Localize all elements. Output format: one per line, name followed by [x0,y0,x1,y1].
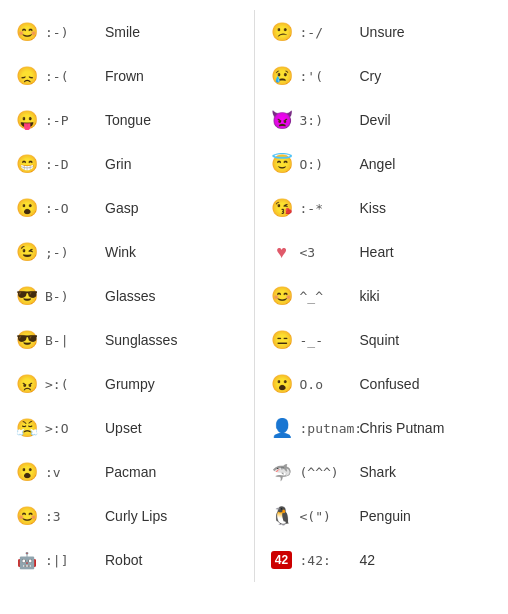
emoji-cell: 😞 [9,65,45,87]
code-cell: :-) [45,25,105,40]
emoji-cell: 😉 [9,241,45,263]
label-cell: 42 [360,552,500,568]
list-item: 👿3:)Devil [260,98,504,142]
code-cell: <(") [300,509,360,524]
code-cell: >:O [45,421,105,436]
list-item: 😮:-OGasp [5,186,249,230]
code-cell: <3 [300,245,360,260]
code-cell: O.o [300,377,360,392]
emoji-cell: 😮 [264,373,300,395]
emoji-cell: 😁 [9,153,45,175]
label-cell: Curly Lips [105,508,245,524]
list-item: ♥<3Heart [260,230,504,274]
list-item: 😕:-/Unsure [260,10,504,54]
code-cell: O:) [300,157,360,172]
list-item: 😮:vPacman [5,450,249,494]
emoji-cell: 😊 [9,21,45,43]
heart-emoji: ♥ [276,242,287,263]
list-item: 😘:-*Kiss [260,186,504,230]
emoji-icon: 😮 [271,373,293,395]
emoji-icon: 😠 [16,373,38,395]
label-cell: Sunglasses [105,332,245,348]
label-cell: Frown [105,68,245,84]
list-item: 😞:-(Frown [5,54,249,98]
code-cell: :|] [45,553,105,568]
emoji-icon: 😛 [16,109,38,131]
emoji-cell: 😊 [9,505,45,527]
shark-emoji: 🦈 [272,463,292,482]
right-column: 😕:-/Unsure😢:'(Cry👿3:)Devil😇O:)Angel😘:-*K… [260,10,504,582]
emoji-cell: 🤖 [9,551,45,570]
emoji-cell: 👿 [264,109,300,131]
code-cell: :3 [45,509,105,524]
emoji-icon: 👿 [271,109,293,131]
label-cell: Angel [360,156,500,172]
label-cell: Tongue [105,112,245,128]
code-cell: (^^^) [300,465,360,480]
code-cell: :42: [300,553,360,568]
emoji-cell: 😇 [264,153,300,175]
label-cell: Chris Putnam [360,420,500,436]
list-item: 😑-_-Squint [260,318,504,362]
emoji-cell: ♥ [264,242,300,263]
emoji-cell: 😠 [9,373,45,395]
sunglasses-emoji: 😎 [16,329,38,351]
code-cell: -_- [300,333,360,348]
emoji-icon: 😮 [16,461,38,483]
code-cell: :v [45,465,105,480]
list-item: 👤:putnam:Chris Putnam [260,406,504,450]
emoji-icon: 😊 [16,505,38,527]
code-cell: 3:) [300,113,360,128]
list-item: 😊^_^kiki [260,274,504,318]
emoji-cell: 🐧 [264,505,300,527]
emoji-cell: 🦈 [264,463,300,482]
code-cell: :-P [45,113,105,128]
emoji-cell: 😮 [9,197,45,219]
list-item: 😁:-DGrin [5,142,249,186]
emoji-icon: 😊 [16,21,38,43]
code-cell: ^_^ [300,289,360,304]
list-item: 😎B-)Glasses [5,274,249,318]
label-cell: Cry [360,68,500,84]
emoji-icon: 😎 [16,285,38,307]
list-item: 😮O.oConfused [260,362,504,406]
emoji-icon: 😮 [16,197,38,219]
emoji-icon: 😇 [271,153,293,175]
code-cell: ;-) [45,245,105,260]
label-cell: Penguin [360,508,500,524]
code-cell: :putnam: [300,421,360,436]
label-cell: Smile [105,24,245,40]
code-cell: :-/ [300,25,360,40]
left-column: 😊:-)Smile😞:-(Frown😛:-PTongue😁:-DGrin😮:-O… [5,10,249,582]
list-item: 🤖:|]Robot [5,538,249,582]
label-cell: Gasp [105,200,245,216]
list-item: 🦈(^^^)Shark [260,450,504,494]
label-cell: Wink [105,244,245,260]
list-item: 😢:'(Cry [260,54,504,98]
emoji-icon: 😑 [271,329,293,351]
emoji-icon: 😤 [16,417,38,439]
emoji-cell: 😮 [9,461,45,483]
emoji-cell: 😊 [264,285,300,307]
emoji-cell: 42 [264,551,300,569]
code-cell: >:( [45,377,105,392]
label-cell: Pacman [105,464,245,480]
list-item: 🐧<(")Penguin [260,494,504,538]
label-cell: Glasses [105,288,245,304]
label-cell: Robot [105,552,245,568]
emoji-icon: 😞 [16,65,38,87]
code-cell: :-( [45,69,105,84]
emoji-cell: 😎 [9,329,45,351]
robot-emoji: 🤖 [17,551,37,570]
list-item: 😛:-PTongue [5,98,249,142]
code-cell: :-O [45,201,105,216]
list-item: 😎B-|Sunglasses [5,318,249,362]
code-cell: :-D [45,157,105,172]
label-cell: Grin [105,156,245,172]
emoji-cell: 😑 [264,329,300,351]
emoji-icon: 😉 [16,241,38,263]
emoji-cell: 😤 [9,417,45,439]
emoji-cell: 😛 [9,109,45,131]
label-cell: Upset [105,420,245,436]
emoji-icon: 😁 [16,153,38,175]
